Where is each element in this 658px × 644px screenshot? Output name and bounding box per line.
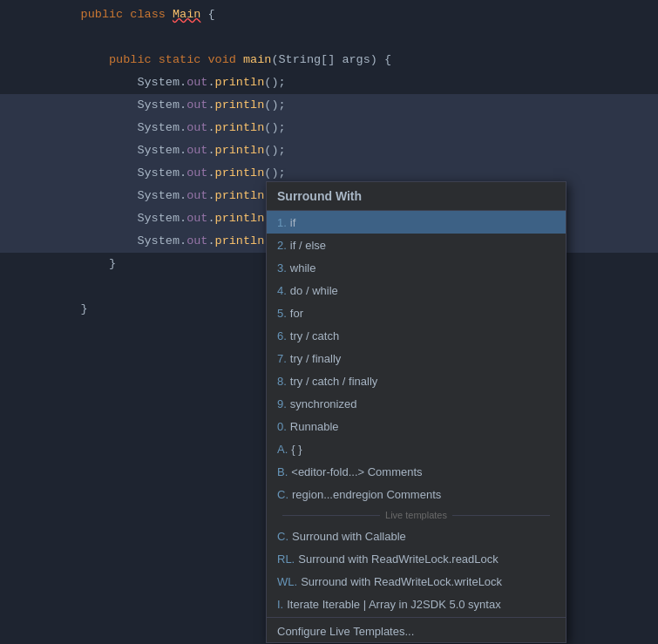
popup-item-if[interactable]: 1. if [267, 211, 566, 234]
item-key-2: 2. [277, 239, 287, 252]
popup-item-braces[interactable]: A. { } [267, 437, 566, 460]
item-key-WL: WL. [277, 575, 297, 588]
item-label-braces: { } [291, 443, 302, 456]
item-key-6: 6. [277, 329, 287, 342]
popup-item-try-catch[interactable]: 6. try / catch [267, 324, 566, 347]
item-label-if: if [290, 216, 296, 229]
item-label-writelock: Surround with ReadWriteLock.writeLock [301, 575, 502, 588]
popup-item-synchronized[interactable]: 9. synchronized [267, 392, 566, 415]
item-key-C: C. [277, 488, 288, 501]
item-label-try-catch: try / catch [290, 329, 339, 342]
item-key-1: 1. [277, 216, 287, 229]
footer-divider [267, 617, 566, 618]
popup-item-writelock[interactable]: WL. Surround with ReadWriteLock.writeLoc… [267, 570, 566, 593]
popup-item-if-else[interactable]: 2. if / else [267, 234, 566, 256]
item-key-4: 4. [277, 284, 287, 297]
popup-item-do-while[interactable]: 4. do / while [267, 279, 566, 302]
item-label-callable: Surround with Callable [292, 530, 406, 543]
item-label-iterate: Iterate Iterable | Array in J2SDK 5.0 sy… [287, 598, 500, 611]
item-label-runnable: Runnable [290, 420, 339, 433]
item-label-for: for [290, 307, 303, 320]
popup-item-try-catch-finally[interactable]: 8. try / catch / finally [267, 369, 566, 392]
item-label-region: region...endregion Comments [292, 488, 441, 501]
item-label-synchronized: synchronized [290, 397, 357, 410]
item-label-try-catch-finally: try / catch / finally [290, 375, 377, 388]
item-key-B: B. [277, 465, 288, 478]
popup-item-editor-fold[interactable]: B. <editor-fold...> Comments [267, 460, 566, 483]
item-key-A: A. [277, 443, 288, 456]
popup-item-try-finally[interactable]: 7. try / finally [267, 347, 566, 369]
popup-item-readlock[interactable]: RL. Surround with ReadWriteLock.readLock [267, 547, 566, 570]
item-label-while: while [290, 261, 316, 275]
item-key-3: 3. [277, 261, 287, 275]
item-key-7: 7. [277, 352, 287, 365]
item-label-do-while: do / while [290, 284, 338, 297]
item-label-try-finally: try / finally [290, 352, 342, 365]
item-label-readlock: Surround with ReadWriteLock.readLock [298, 552, 499, 566]
item-label-if-else: if / else [290, 239, 326, 252]
item-key-I: I. [277, 598, 283, 611]
item-key-C2: C. [277, 530, 288, 543]
code-line-1: public class Main { [0, 3, 658, 26]
popup-item-callable[interactable]: C. Surround with Callable [267, 525, 566, 547]
popup-item-configure[interactable]: Configure Live Templates... [267, 620, 566, 642]
popup-item-region[interactable]: C. region...endregion Comments [267, 483, 566, 505]
popup-item-iterate[interactable]: I. Iterate Iterable | Array in J2SDK 5.0… [267, 593, 566, 615]
item-label-configure: Configure Live Templates... [277, 625, 414, 638]
item-key-8: 8. [277, 375, 287, 388]
item-key-RL: RL. [277, 552, 295, 566]
item-key-9: 9. [277, 397, 287, 410]
popup-title: Surround With [267, 182, 566, 211]
item-key-0: 0. [277, 420, 287, 433]
popup-item-for[interactable]: 5. for [267, 302, 566, 324]
item-label-editor-fold: <editor-fold...> Comments [291, 465, 422, 478]
live-templates-section-label: Live templates [267, 505, 566, 525]
surround-with-popup: Surround With 1. if 2. if / else 3. whil… [266, 181, 566, 643]
popup-item-runnable[interactable]: 0. Runnable [267, 415, 566, 437]
item-key-5: 5. [277, 307, 287, 320]
popup-item-while[interactable]: 3. while [267, 256, 566, 279]
